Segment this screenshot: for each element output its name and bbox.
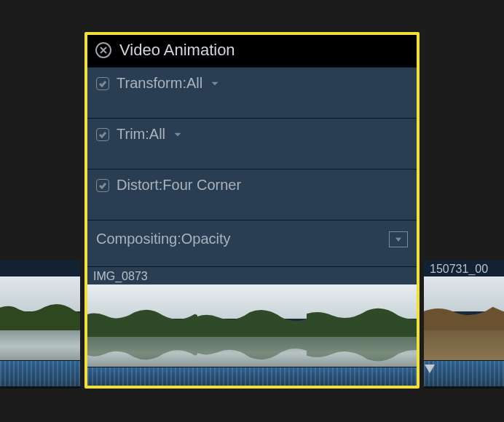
clip-thumbnails xyxy=(0,276,80,360)
panel-title: Video Animation xyxy=(119,41,235,60)
chevron-down-icon[interactable] xyxy=(171,128,184,141)
checkbox[interactable] xyxy=(96,179,109,192)
animation-row-transform[interactable]: Transform:All xyxy=(87,67,417,118)
chevron-down-icon[interactable] xyxy=(208,77,221,90)
row-label: Compositing:Opacity xyxy=(96,231,231,247)
animation-row-distort[interactable]: Distort:Four Corner xyxy=(87,169,417,220)
neighbor-clip-right[interactable]: 150731_00 xyxy=(424,260,504,389)
row-label: Transform:All xyxy=(117,75,221,92)
row-label: Trim:All xyxy=(117,126,184,143)
clip-title xyxy=(0,260,80,276)
panel-header: Video Animation xyxy=(87,35,417,67)
close-icon[interactable] xyxy=(95,41,112,59)
checkbox[interactable] xyxy=(96,77,109,90)
clip-title: 150731_00 xyxy=(424,260,504,276)
video-animation-panel: Video Animation Transform:All Trim:All D… xyxy=(84,32,420,389)
audio-track[interactable] xyxy=(0,360,80,386)
row-label: Distort:Four Corner xyxy=(117,177,241,194)
marker-icon[interactable] xyxy=(425,365,435,373)
animation-row-trim[interactable]: Trim:All xyxy=(87,118,417,169)
checkbox[interactable] xyxy=(96,128,109,141)
expand-dropdown-icon[interactable] xyxy=(389,231,408,247)
neighbor-clip-left[interactable] xyxy=(0,260,80,389)
clip-thumbnails[interactable] xyxy=(87,284,417,367)
animation-row-compositing[interactable]: Compositing:Opacity xyxy=(87,220,417,266)
clip-thumbnails xyxy=(424,276,504,360)
audio-track[interactable] xyxy=(424,360,504,386)
clip-title: IMG_0873 xyxy=(87,266,417,284)
audio-track[interactable] xyxy=(87,367,417,386)
